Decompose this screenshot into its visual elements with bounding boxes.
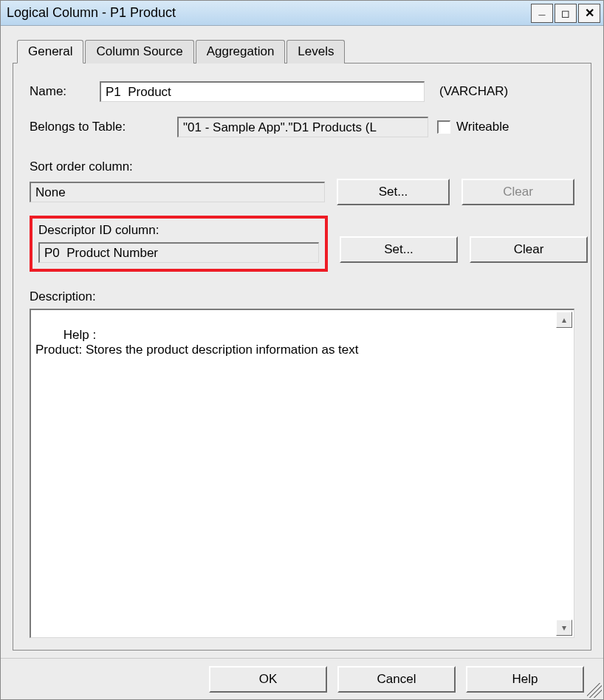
sort-set-button[interactable]: Set... xyxy=(337,179,450,205)
name-row: Name: (VARCHAR) xyxy=(30,81,574,102)
description-textarea[interactable]: Help : Product: Stores the product descr… xyxy=(30,309,574,638)
sort-order-row: Set... Clear xyxy=(30,179,574,205)
descriptor-id-row xyxy=(38,242,319,263)
belongs-row: Belongs to Table: Writeable xyxy=(30,117,574,137)
tab-column-source[interactable]: Column Source xyxy=(85,40,193,64)
description-label: Description: xyxy=(30,289,574,304)
window-controls xyxy=(529,4,600,23)
dialog-window: Logical Column - P1 Product General Colu… xyxy=(0,0,604,700)
sort-order-label: Sort order column: xyxy=(30,159,574,174)
descriptor-clear-button[interactable]: Clear xyxy=(470,236,588,263)
belongs-value xyxy=(177,117,428,137)
description-text: Help : Product: Stores the product descr… xyxy=(35,328,359,357)
name-input[interactable] xyxy=(100,81,425,102)
writeable-checkbox[interactable]: Writeable xyxy=(437,120,509,134)
descriptor-set-button[interactable]: Set... xyxy=(340,236,458,263)
window-title: Logical Column - P1 Product xyxy=(7,5,529,21)
sort-clear-button: Clear xyxy=(461,179,574,205)
help-button[interactable]: Help xyxy=(466,666,584,693)
titlebar: Logical Column - P1 Product xyxy=(1,1,603,26)
checkbox-icon[interactable] xyxy=(437,120,450,134)
datatype-label: (VARCHAR) xyxy=(439,84,508,99)
belongs-label: Belongs to Table: xyxy=(30,120,177,134)
descriptor-id-value xyxy=(38,242,319,263)
cancel-button[interactable]: Cancel xyxy=(337,666,456,693)
minimize-icon[interactable] xyxy=(531,4,553,23)
name-label: Name: xyxy=(30,84,100,99)
sort-order-value xyxy=(30,182,325,202)
descriptor-id-label: Descriptor ID column: xyxy=(38,223,319,238)
client-area: General Column Source Aggregation Levels… xyxy=(1,26,603,658)
descriptor-highlight: Descriptor ID column: xyxy=(30,216,328,272)
dialog-button-bar: OK Cancel Help xyxy=(1,658,603,699)
maximize-icon[interactable] xyxy=(555,4,577,23)
ok-button[interactable]: OK xyxy=(209,666,327,693)
tab-panel-general: Name: (VARCHAR) Belongs to Table: Writea… xyxy=(13,63,591,651)
scroll-down-icon[interactable]: ▾ xyxy=(556,620,572,636)
scroll-up-icon[interactable]: ▴ xyxy=(556,312,572,328)
writeable-label: Writeable xyxy=(456,120,509,134)
tab-aggregation[interactable]: Aggregation xyxy=(196,40,286,64)
tab-levels[interactable]: Levels xyxy=(286,40,345,64)
resize-grip-icon[interactable] xyxy=(587,683,602,698)
close-icon[interactable] xyxy=(578,4,600,23)
tab-general[interactable]: General xyxy=(17,40,83,64)
tab-strip: General Column Source Aggregation Levels xyxy=(17,39,591,63)
